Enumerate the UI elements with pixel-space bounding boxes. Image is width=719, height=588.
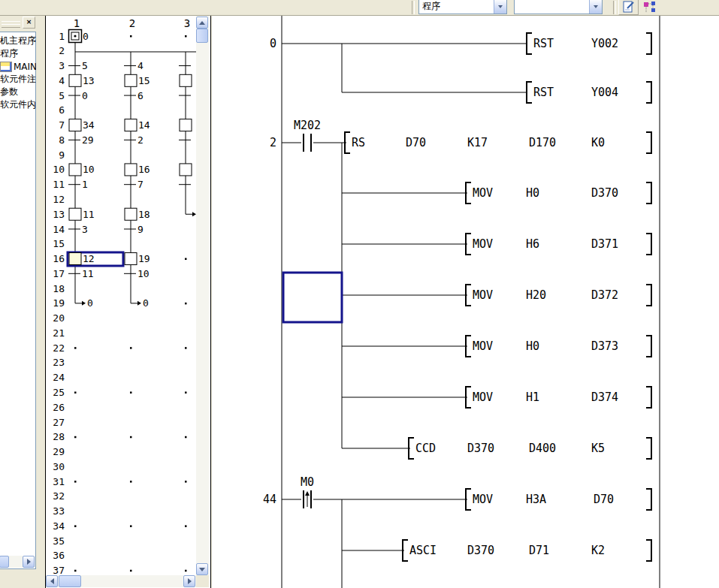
instruction-arg[interactable]: D370	[467, 442, 494, 455]
rising-edge-arrowhead	[305, 491, 310, 496]
sfc-step-box[interactable]	[125, 253, 137, 265]
tree-item-3[interactable]: 软元件注	[0, 73, 36, 86]
sfc-step-box[interactable]	[180, 164, 192, 176]
sfc-row-number: 17	[53, 268, 65, 279]
instruction-arg[interactable]: D370	[591, 186, 618, 200]
program-type-combobox[interactable]: 程序	[418, 0, 507, 14]
sfc-row-number: 26	[53, 402, 65, 413]
instruction-arg[interactable]: H1	[526, 390, 539, 404]
instruction-arg[interactable]: K17	[467, 136, 488, 149]
scrollbar-corner	[196, 575, 209, 587]
instruction-arg[interactable]: K0	[591, 136, 605, 149]
instruction-arg[interactable]: D170	[529, 136, 556, 149]
instruction-arg[interactable]: D372	[591, 288, 618, 302]
sfc-transition-number: 11	[82, 268, 94, 279]
scrollbar-thumb[interactable]	[0, 556, 9, 568]
sfc-row-number: 30	[53, 461, 65, 472]
instruction-arg[interactable]: H0	[526, 339, 539, 353]
instruction-op[interactable]: MOV	[473, 390, 493, 404]
block-select-dropdown-button[interactable]	[589, 0, 602, 14]
sfc-horizontal-scrollbar[interactable]	[46, 575, 196, 587]
sfc-step-box[interactable]	[125, 74, 137, 86]
sfc-initial-step-dot	[74, 35, 76, 37]
contact-device-label: M202	[294, 119, 321, 132]
instruction-arg[interactable]: H20	[526, 288, 546, 302]
ladder-selection-cursor[interactable]	[283, 273, 342, 322]
instruction-op[interactable]: MOV	[473, 339, 493, 353]
instruction-arg[interactable]: H3A	[526, 493, 546, 506]
dock-gripper[interactable]	[2, 24, 20, 28]
sfc-step-box[interactable]	[180, 119, 192, 131]
scroll-right-button[interactable]	[23, 556, 35, 568]
instruction-arg[interactable]: D374	[591, 390, 618, 404]
tree-item-0[interactable]: 机主程序	[0, 35, 36, 47]
sfc-vertical-scrollbar[interactable]	[196, 16, 209, 575]
tree-item-1[interactable]: 程序	[0, 47, 36, 60]
sfc-structure-icon	[643, 1, 657, 14]
instruction-arg[interactable]: D70	[406, 136, 426, 149]
tree-item-4[interactable]: 参数	[0, 86, 36, 98]
view-template-button[interactable]	[618, 0, 639, 15]
project-tree-listbox[interactable]	[0, 32, 36, 569]
close-panel-button[interactable]: ×	[23, 17, 35, 29]
block-select-combobox[interactable]	[514, 0, 603, 14]
instruction-op[interactable]: ASCI	[409, 544, 437, 557]
instruction-arg[interactable]: D70	[594, 493, 614, 506]
instruction-arg[interactable]: D71	[529, 544, 549, 557]
instruction-arg[interactable]: K2	[591, 544, 605, 557]
sfc-step-box[interactable]	[69, 253, 81, 265]
sfc-row-number: 21	[53, 327, 65, 339]
sfc-grid-dot	[74, 347, 77, 349]
instruction-arg[interactable]: K5	[591, 442, 605, 455]
project-tree: 机主程序程序MAIN软元件注参数软元件内	[0, 35, 36, 111]
instruction-op[interactable]: MOV	[473, 237, 493, 251]
close-bracket	[646, 182, 651, 204]
toolbar-separator	[412, 1, 415, 14]
program-type-dropdown-button[interactable]	[494, 0, 506, 14]
sfc-step-box[interactable]	[69, 74, 81, 86]
scrollbar-thumb[interactable]	[196, 29, 208, 43]
instruction-arg[interactable]: Y004	[591, 86, 618, 99]
sfc-row-number: 4	[59, 75, 65, 86]
tree-horizontal-scrollbar[interactable]	[0, 556, 35, 568]
tree-item-label: MAIN	[14, 62, 36, 72]
instruction-op[interactable]: CCD	[415, 442, 436, 455]
scroll-left-button[interactable]	[46, 575, 58, 587]
instruction-arg[interactable]: H0	[526, 186, 539, 200]
tree-item-main[interactable]: MAIN	[0, 60, 36, 73]
instruction-arg[interactable]: H6	[526, 237, 539, 251]
sfc-step-box[interactable]	[69, 119, 81, 131]
instruction-op[interactable]: RST	[533, 86, 554, 99]
sfc-grid-dot	[130, 525, 132, 527]
instruction-arg[interactable]: D373	[591, 339, 618, 353]
sfc-row-number: 27	[53, 417, 65, 428]
sfc-column-header: 3	[184, 17, 190, 29]
instruction-arg[interactable]: D400	[529, 442, 556, 455]
scrollbar-thumb[interactable]	[59, 575, 81, 587]
tree-item-label: 软元件内	[0, 98, 36, 111]
instruction-arg[interactable]: D370	[467, 544, 494, 557]
sfc-step-box[interactable]	[125, 208, 137, 220]
sfc-transition-number: 6	[137, 90, 143, 101]
sfc-row-number: 25	[53, 387, 65, 398]
scroll-right-button[interactable]	[183, 575, 195, 587]
scroll-up-button[interactable]	[196, 17, 208, 29]
instruction-op[interactable]: RST	[533, 37, 554, 50]
scroll-down-button[interactable]	[196, 563, 208, 575]
instruction-op[interactable]: MOV	[473, 288, 493, 302]
sfc-step-box[interactable]	[125, 119, 137, 131]
instruction-op[interactable]: MOV	[473, 186, 493, 200]
sfc-step-box[interactable]	[69, 164, 81, 176]
instruction-op[interactable]: RS	[352, 136, 365, 149]
sfc-step-box[interactable]	[180, 74, 192, 86]
open-bracket	[527, 82, 532, 103]
tree-item-5[interactable]: 软元件内	[0, 98, 36, 111]
instruction-arg[interactable]: Y002	[591, 37, 618, 50]
sfc-step-box[interactable]	[69, 208, 81, 220]
instruction-arg[interactable]: D371	[591, 237, 618, 251]
instruction-op[interactable]: MOV	[473, 493, 493, 506]
sfc-block-list-button[interactable]	[639, 0, 660, 15]
close-bracket	[646, 82, 651, 103]
sfc-row-number: 20	[53, 312, 65, 324]
sfc-step-box[interactable]	[125, 164, 137, 176]
